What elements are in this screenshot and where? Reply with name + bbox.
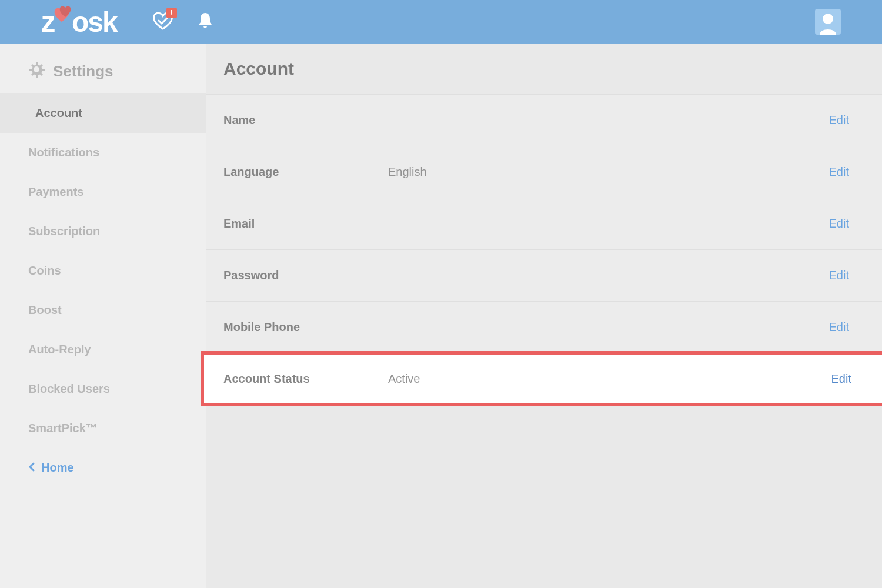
sidebar-item-auto-reply[interactable]: Auto-Reply bbox=[11, 330, 206, 369]
sidebar-item-account[interactable]: Account bbox=[0, 93, 206, 133]
avatar[interactable] bbox=[815, 9, 841, 35]
home-link-label: Home bbox=[41, 461, 74, 475]
sidebar-item-notifications[interactable]: Notifications bbox=[11, 133, 206, 172]
logo[interactable]: z osk bbox=[41, 6, 117, 38]
header-icons: ! bbox=[152, 11, 213, 32]
sidebar-item-subscription[interactable]: Subscription bbox=[11, 212, 206, 251]
row-label: Name bbox=[223, 113, 388, 127]
setting-row-name: NameEdit bbox=[206, 94, 882, 146]
header-divider bbox=[804, 11, 804, 32]
edit-link[interactable]: Edit bbox=[829, 113, 864, 127]
bell-icon[interactable] bbox=[197, 12, 213, 32]
header-left: z osk ! bbox=[41, 6, 213, 38]
heart-check-icon[interactable]: ! bbox=[152, 11, 173, 32]
row-label: Password bbox=[223, 269, 388, 282]
setting-row-account-status: Account StatusActiveEdit bbox=[202, 353, 882, 405]
home-link[interactable]: Home bbox=[11, 448, 206, 487]
setting-row-password: PasswordEdit bbox=[206, 249, 882, 301]
sidebar-title-text: Settings bbox=[53, 62, 113, 81]
row-label: Language bbox=[223, 165, 388, 179]
sidebar-title: Settings bbox=[11, 55, 206, 93]
edit-link[interactable]: Edit bbox=[829, 269, 864, 282]
row-value: Active bbox=[388, 372, 831, 386]
row-label: Email bbox=[223, 217, 388, 230]
header-right bbox=[804, 9, 841, 35]
header: z osk ! bbox=[0, 0, 882, 44]
logo-text-2: osk bbox=[72, 6, 117, 38]
edit-link[interactable]: Edit bbox=[831, 372, 864, 386]
sidebar-item-boost[interactable]: Boost bbox=[11, 290, 206, 330]
svg-point-0 bbox=[823, 14, 833, 24]
notification-badge: ! bbox=[166, 8, 177, 18]
setting-row-mobile-phone: Mobile PhoneEdit bbox=[206, 301, 882, 353]
row-label: Mobile Phone bbox=[223, 320, 388, 334]
setting-row-email: EmailEdit bbox=[206, 198, 882, 249]
sidebar: Settings AccountNotificationsPaymentsSub… bbox=[0, 44, 206, 588]
edit-link[interactable]: Edit bbox=[829, 217, 864, 230]
edit-link[interactable]: Edit bbox=[829, 165, 864, 179]
rows-container: NameEditLanguageEnglishEditEmailEditPass… bbox=[206, 94, 882, 405]
layout: Settings AccountNotificationsPaymentsSub… bbox=[0, 44, 882, 588]
sidebar-item-blocked-users[interactable]: Blocked Users bbox=[11, 369, 206, 409]
row-label: Account Status bbox=[223, 372, 388, 386]
edit-link[interactable]: Edit bbox=[829, 320, 864, 334]
sidebar-item-coins[interactable]: Coins bbox=[11, 251, 206, 290]
sidebar-item-smartpick-[interactable]: SmartPick™ bbox=[11, 409, 206, 448]
sidebar-item-payments[interactable]: Payments bbox=[11, 172, 206, 212]
gear-icon bbox=[28, 61, 45, 82]
main: Account NameEditLanguageEnglishEditEmail… bbox=[206, 44, 882, 588]
setting-row-language: LanguageEnglishEdit bbox=[206, 146, 882, 198]
row-value: English bbox=[388, 165, 829, 179]
page-title: Account bbox=[206, 44, 882, 94]
chevron-left-icon bbox=[28, 461, 35, 475]
logo-heart-icon bbox=[54, 10, 72, 34]
